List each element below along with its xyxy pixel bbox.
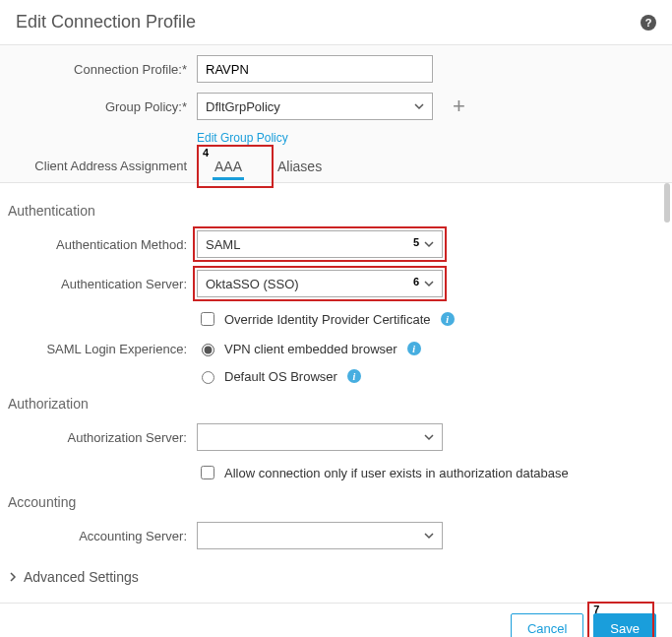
tab-aliases[interactable]: Aliases: [260, 149, 339, 182]
accounting-server-select[interactable]: [197, 522, 443, 549]
group-policy-value: DfltGrpPolicy: [206, 99, 280, 114]
chevron-right-icon: [8, 569, 18, 585]
override-idp-cert-label: Override Identity Provider Certificate: [224, 312, 431, 327]
connection-profile-label: Connection Profile:*: [0, 62, 197, 77]
saml-login-exp-label: SAML Login Experience:: [0, 342, 197, 356]
add-group-policy-icon[interactable]: +: [453, 96, 465, 117]
client-address-assignment-label: Client Address Assignment: [10, 159, 197, 173]
advanced-settings-label: Advanced Settings: [24, 569, 139, 585]
auth-server-label: Authentication Server:: [0, 277, 197, 291]
help-icon[interactable]: ?: [641, 15, 656, 31]
auth-server-select[interactable]: OktaSSO (SSO): [197, 270, 443, 297]
annotation-number-5: 5: [413, 236, 419, 248]
auth-method-label: Authentication Method:: [0, 237, 197, 252]
group-policy-label: Group Policy:*: [0, 99, 197, 114]
save-button[interactable]: Save: [593, 613, 656, 637]
connection-profile-input[interactable]: [197, 55, 433, 83]
chevron-down-icon: [424, 430, 434, 445]
cancel-button[interactable]: Cancel: [511, 613, 583, 637]
chevron-down-icon: [424, 529, 434, 543]
vpn-embedded-browser-radio[interactable]: [202, 344, 214, 356]
authorization-server-label: Authorization Server:: [0, 430, 197, 445]
annotation-number-4: 4: [203, 147, 209, 159]
default-os-browser-label: Default OS Browser: [224, 369, 337, 384]
authentication-section-title: Authentication: [8, 203, 664, 219]
info-icon[interactable]: i: [441, 312, 455, 326]
authorization-server-select[interactable]: [197, 423, 443, 451]
info-icon[interactable]: i: [407, 342, 421, 355]
advanced-settings-toggle[interactable]: Advanced Settings: [0, 561, 672, 593]
chevron-down-icon: [424, 237, 434, 252]
vpn-embedded-browser-label: VPN client embedded browser: [224, 342, 397, 356]
auth-server-value: OktaSSO (SSO): [206, 277, 299, 291]
chevron-down-icon: [424, 277, 434, 291]
override-idp-cert-checkbox[interactable]: [201, 312, 214, 326]
allow-connection-label: Allow connection only if user exists in …: [224, 466, 569, 480]
authorization-section-title: Authorization: [8, 396, 664, 412]
group-policy-select[interactable]: DfltGrpPolicy: [197, 93, 433, 120]
annotation-number-6: 6: [413, 276, 419, 287]
auth-method-select[interactable]: SAML: [197, 230, 443, 258]
chevron-down-icon: [414, 99, 424, 114]
scrollbar-thumb[interactable]: [664, 183, 670, 223]
accounting-section-title: Accounting: [8, 494, 664, 510]
auth-method-value: SAML: [206, 237, 240, 252]
edit-group-policy-link[interactable]: Edit Group Policy: [197, 131, 288, 145]
allow-connection-checkbox[interactable]: [201, 466, 214, 479]
annotation-number-7: 7: [593, 604, 599, 615]
dialog-title: Edit Connection Profile: [16, 12, 196, 32]
info-icon[interactable]: i: [347, 369, 361, 383]
accounting-server-label: Accounting Server:: [0, 529, 197, 543]
default-os-browser-radio[interactable]: [202, 371, 214, 384]
